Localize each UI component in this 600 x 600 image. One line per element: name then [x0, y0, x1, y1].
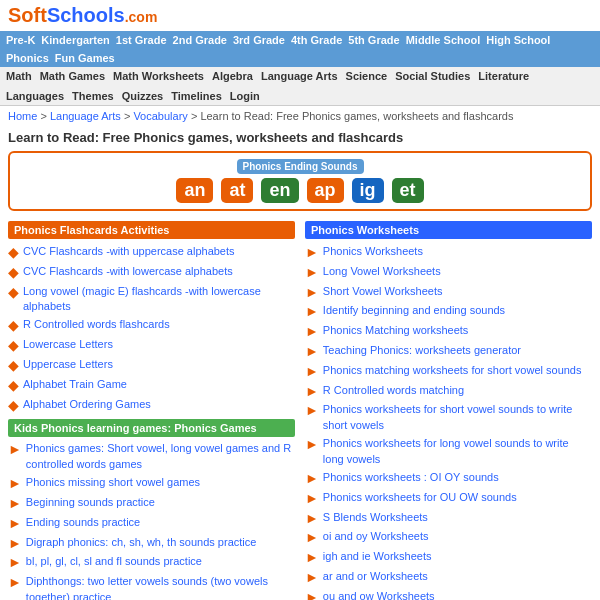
game-link[interactable]: Phonics games: Short vowel, long vowel g…	[26, 441, 295, 472]
worksheet-link[interactable]: Phonics Worksheets	[323, 244, 423, 259]
nav-primary-item[interactable]: High School	[486, 34, 550, 46]
nav-primary-item[interactable]: Pre-K	[6, 34, 35, 46]
breadcrumb-language-arts[interactable]: Language Arts	[50, 110, 121, 122]
list-item: ◆Alphabet Train Game	[8, 377, 295, 394]
worksheets-header: Phonics Worksheets	[305, 221, 592, 239]
game-link[interactable]: Ending sounds practice	[26, 515, 140, 530]
phonics-sound-chip: et	[392, 178, 424, 203]
flashcard-link[interactable]: R Controlled words flashcards	[23, 317, 170, 332]
arrow-icon: ►	[305, 284, 319, 301]
nav-secondary-item[interactable]: Languages	[6, 90, 64, 102]
arrow-icon: ►	[305, 244, 319, 261]
game-link[interactable]: Digraph phonics: ch, sh, wh, th sounds p…	[26, 535, 257, 550]
page-title: Learn to Read: Free Phonics games, works…	[0, 126, 600, 151]
worksheet-link[interactable]: Long Vowel Worksheets	[323, 264, 441, 279]
nav-primary-item[interactable]: 5th Grade	[348, 34, 399, 46]
arrow-icon: ►	[305, 569, 319, 586]
nav-secondary-item[interactable]: Quizzes	[122, 90, 164, 102]
list-item: ►Diphthongs: two letter vowels sounds (t…	[8, 574, 295, 600]
worksheet-link[interactable]: Identify beginning and ending sounds	[323, 303, 505, 318]
nav-primary-item[interactable]: 4th Grade	[291, 34, 342, 46]
nav-secondary-item[interactable]: Math	[6, 70, 32, 82]
nav-secondary-item[interactable]: Themes	[72, 90, 114, 102]
games-header: Kids Phonics learning games: Phonics Gam…	[8, 419, 295, 437]
worksheet-link[interactable]: Phonics worksheets for long vowel sounds…	[323, 436, 592, 467]
worksheet-link[interactable]: Phonics worksheets for short vowel sound…	[323, 402, 592, 433]
left-column: Phonics Flashcards Activities ◆CVC Flash…	[8, 221, 305, 600]
arrow-icon: ►	[8, 515, 22, 532]
nav-secondary-item[interactable]: Social Studies	[395, 70, 470, 82]
arrow-icon: ►	[305, 323, 319, 340]
arrow-icon: ►	[305, 589, 319, 600]
list-item: ►Ending sounds practice	[8, 515, 295, 532]
list-item: ◆Alphabet Ordering Games	[8, 397, 295, 414]
flashcard-link[interactable]: Lowercase Letters	[23, 337, 113, 352]
nav-secondary-item[interactable]: Science	[346, 70, 388, 82]
nav-secondary-item[interactable]: Math Worksheets	[113, 70, 204, 82]
nav-primary-item[interactable]: Kindergarten	[41, 34, 109, 46]
flashcard-link[interactable]: CVC Flashcards -with uppercase alphabets	[23, 244, 235, 259]
bullet-icon: ◆	[8, 357, 19, 374]
worksheet-link[interactable]: ar and or Worksheets	[323, 569, 428, 584]
game-link[interactable]: Diphthongs: two letter vowels sounds (tw…	[26, 574, 295, 600]
nav-primary-item[interactable]: 2nd Grade	[173, 34, 227, 46]
arrow-icon: ►	[8, 574, 22, 591]
nav-secondary-item[interactable]: Literature	[478, 70, 529, 82]
list-item: ►R Controlled words matching	[305, 383, 592, 400]
arrow-icon: ►	[305, 383, 319, 400]
nav-primary-item[interactable]: 3rd Grade	[233, 34, 285, 46]
list-item: ►S Blends Worksheets	[305, 510, 592, 527]
nav-secondary-item[interactable]: Math Games	[40, 70, 105, 82]
nav-primary-item[interactable]: 1st Grade	[116, 34, 167, 46]
flashcard-link[interactable]: Long vowel (magic E) flashcards -with lo…	[23, 284, 295, 315]
worksheet-link[interactable]: Phonics matching worksheets for short vo…	[323, 363, 582, 378]
list-item: ►Short Vowel Worksheets	[305, 284, 592, 301]
breadcrumb-vocabulary[interactable]: Vocabulary	[133, 110, 187, 122]
flashcard-link[interactable]: Uppercase Letters	[23, 357, 113, 372]
bullet-icon: ◆	[8, 317, 19, 334]
flashcard-link[interactable]: Alphabet Ordering Games	[23, 397, 151, 412]
logo-area: SoftSchools.com	[0, 0, 600, 31]
nav-secondary-item[interactable]: Login	[230, 90, 260, 102]
arrow-icon: ►	[305, 549, 319, 566]
nav-primary: Pre-KKindergarten1st Grade2nd Grade3rd G…	[0, 31, 600, 67]
nav-secondary-item[interactable]: Language Arts	[261, 70, 338, 82]
nav-primary-item[interactable]: Phonics	[6, 52, 49, 64]
game-link[interactable]: bl, pl, gl, cl, sl and fl sounds practic…	[26, 554, 202, 569]
phonics-badge: Phonics Ending Sounds	[237, 159, 364, 174]
arrow-icon: ►	[8, 554, 22, 571]
worksheet-link[interactable]: Teaching Phonics: worksheets generator	[323, 343, 521, 358]
breadcrumb-home[interactable]: Home	[8, 110, 37, 122]
list-item: ►igh and ie Worksheets	[305, 549, 592, 566]
bullet-icon: ◆	[8, 264, 19, 281]
list-item: ◆CVC Flashcards -with uppercase alphabet…	[8, 244, 295, 261]
worksheet-link[interactable]: ou and ow Worksheets	[323, 589, 435, 600]
worksheet-link[interactable]: Phonics worksheets : OI OY sounds	[323, 470, 499, 485]
worksheet-link[interactable]: R Controlled words matching	[323, 383, 464, 398]
breadcrumb: Home > Language Arts > Vocabulary > Lear…	[0, 106, 600, 126]
worksheet-link[interactable]: igh and ie Worksheets	[323, 549, 432, 564]
nav-secondary-item[interactable]: Algebra	[212, 70, 253, 82]
nav-secondary-item[interactable]: Timelines	[171, 90, 222, 102]
arrow-icon: ►	[305, 264, 319, 281]
phonics-sound-chip: an	[176, 178, 213, 203]
game-link[interactable]: Phonics missing short vowel games	[26, 475, 200, 490]
worksheet-link[interactable]: S Blends Worksheets	[323, 510, 428, 525]
nav-primary-item[interactable]: Middle School	[406, 34, 481, 46]
nav-primary-item[interactable]: Fun Games	[55, 52, 115, 64]
worksheet-link[interactable]: Short Vowel Worksheets	[323, 284, 443, 299]
phonics-sound-chip: at	[221, 178, 253, 203]
list-item: ►Phonics Matching worksheets	[305, 323, 592, 340]
list-item: ►Identify beginning and ending sounds	[305, 303, 592, 320]
game-link[interactable]: Beginning sounds practice	[26, 495, 155, 510]
flashcard-link[interactable]: CVC Flashcards -with lowercase alphabets	[23, 264, 233, 279]
flashcards-header: Phonics Flashcards Activities	[8, 221, 295, 239]
worksheet-link[interactable]: Phonics worksheets for OU OW sounds	[323, 490, 517, 505]
bullet-icon: ◆	[8, 244, 19, 261]
flashcard-link[interactable]: Alphabet Train Game	[23, 377, 127, 392]
arrow-icon: ►	[305, 402, 319, 419]
worksheet-link[interactable]: Phonics Matching worksheets	[323, 323, 469, 338]
arrow-icon: ►	[305, 470, 319, 487]
worksheet-link[interactable]: oi and oy Worksheets	[323, 529, 429, 544]
list-item: ►Phonics worksheets for short vowel soun…	[305, 402, 592, 433]
